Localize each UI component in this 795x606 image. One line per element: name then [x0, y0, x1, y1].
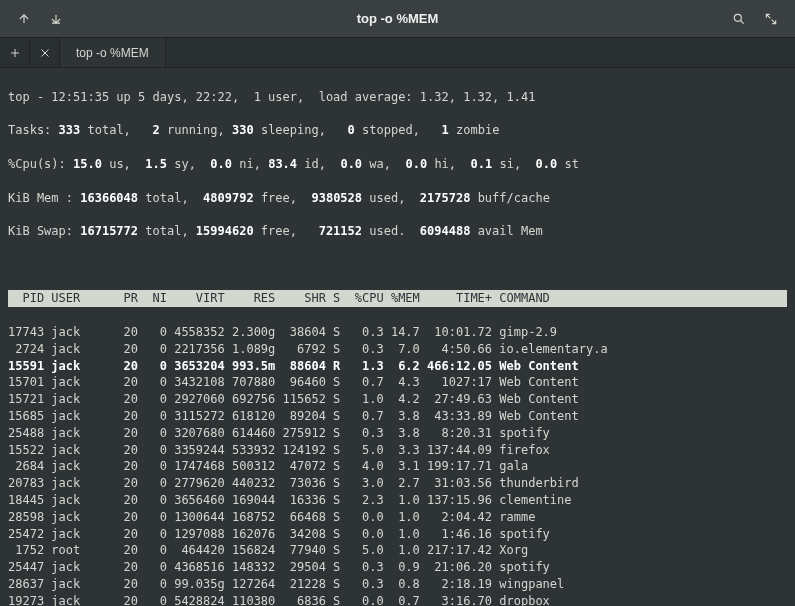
summary-uptime: top - 12:51:35 up 5 days, 22:22, 1 user,…	[8, 89, 787, 106]
summary-tasks: Tasks: 333 total, 2 running, 330 sleepin…	[8, 122, 787, 139]
process-row: 15591 jack 20 0 3653204 993.5m 88604 R 1…	[8, 358, 787, 375]
process-row: 17743 jack 20 0 4558352 2.300g 38604 S 0…	[8, 324, 787, 341]
process-row: 20783 jack 20 0 2779620 440232 73036 S 3…	[8, 475, 787, 492]
process-row: 15701 jack 20 0 3432108 707880 96460 S 0…	[8, 374, 787, 391]
summary-cpu: %Cpu(s): 15.0 us, 1.5 sy, 0.0 ni, 83.4 i…	[8, 156, 787, 173]
blank-line	[8, 257, 787, 274]
svg-point-0	[734, 14, 741, 21]
download-icon[interactable]	[44, 7, 68, 31]
process-row: 28637 jack 20 0 99.035g 127264 21228 S 0…	[8, 576, 787, 593]
summary-mem: KiB Mem : 16366048 total, 4809792 free, …	[8, 190, 787, 207]
process-row: 25488 jack 20 0 3207680 614460 275912 S …	[8, 425, 787, 442]
window-title: top -o %MEM	[72, 11, 723, 26]
summary-swap: KiB Swap: 16715772 total, 15994620 free,…	[8, 223, 787, 240]
process-row: 2684 jack 20 0 1747468 500312 47072 S 4.…	[8, 458, 787, 475]
process-row: 15721 jack 20 0 2927060 692756 115652 S …	[8, 391, 787, 408]
process-row: 2724 jack 20 0 2217356 1.089g 6792 S 0.3…	[8, 341, 787, 358]
close-tab-button[interactable]	[30, 38, 60, 67]
search-icon[interactable]	[727, 7, 751, 31]
new-tab-button[interactable]	[0, 38, 30, 67]
tab-active[interactable]: top -o %MEM	[60, 38, 166, 67]
fullscreen-icon[interactable]	[759, 7, 783, 31]
window-titlebar: top -o %MEM	[0, 0, 795, 38]
process-row: 25472 jack 20 0 1297088 162076 34208 S 0…	[8, 526, 787, 543]
process-header: PID USER PR NI VIRT RES SHR S %CPU %MEM …	[8, 290, 787, 307]
process-row: 1752 root 20 0 464420 156824 77940 S 5.0…	[8, 542, 787, 559]
tab-bar: top -o %MEM	[0, 38, 795, 68]
upload-icon[interactable]	[12, 7, 36, 31]
process-row: 15685 jack 20 0 3115272 618120 89204 S 0…	[8, 408, 787, 425]
process-row: 18445 jack 20 0 3656460 169044 16336 S 2…	[8, 492, 787, 509]
terminal-output[interactable]: top - 12:51:35 up 5 days, 22:22, 1 user,…	[0, 68, 795, 606]
process-row: 25447 jack 20 0 4368516 148332 29504 S 0…	[8, 559, 787, 576]
process-row: 15522 jack 20 0 3359244 533932 124192 S …	[8, 442, 787, 459]
process-list: 17743 jack 20 0 4558352 2.300g 38604 S 0…	[8, 324, 787, 606]
process-row: 19273 jack 20 0 5428824 110380 6836 S 0.…	[8, 593, 787, 606]
process-row: 28598 jack 20 0 1300644 168752 66468 S 0…	[8, 509, 787, 526]
